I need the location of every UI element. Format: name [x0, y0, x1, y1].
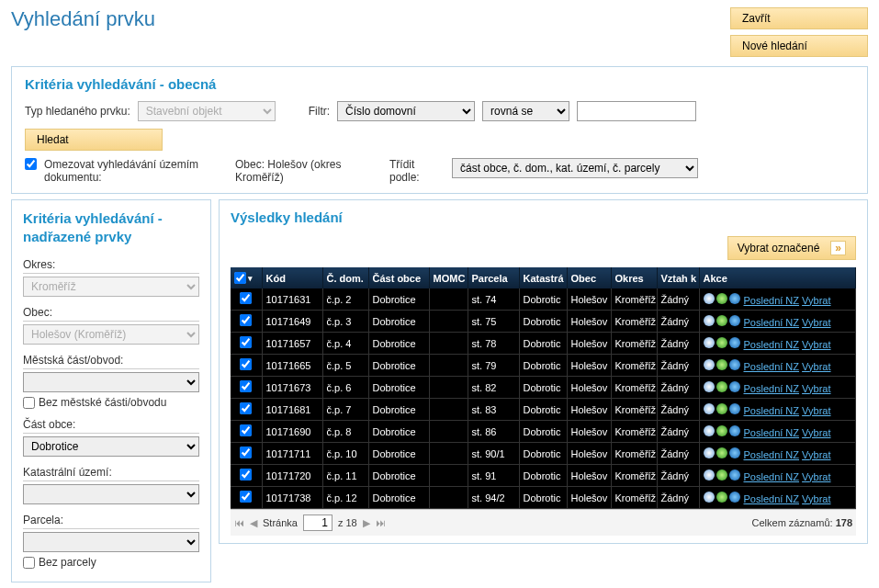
- col-ku[interactable]: Katastrá: [519, 267, 567, 288]
- select-marked-button[interactable]: Vybrat označené »: [727, 236, 856, 260]
- row-checkbox[interactable]: [240, 358, 252, 370]
- link-posledni-nz[interactable]: Poslední NZ: [744, 427, 800, 438]
- limit-checkbox[interactable]: [25, 158, 37, 170]
- link-vybrat[interactable]: Vybrat: [802, 427, 830, 438]
- obec-select[interactable]: Holešov (Kroměříž): [23, 324, 199, 345]
- magnify-icon[interactable]: [704, 447, 715, 458]
- parcela-select[interactable]: [23, 532, 199, 552]
- row-checkbox[interactable]: [240, 424, 252, 436]
- col-okres[interactable]: Okres: [611, 267, 657, 288]
- globe-blue-icon[interactable]: [729, 293, 740, 304]
- globe-green-icon[interactable]: [716, 337, 727, 348]
- parcela-none-checkbox[interactable]: [23, 557, 35, 569]
- col-momc[interactable]: MOMC: [429, 267, 468, 288]
- chevron-down-icon[interactable]: ▾: [248, 274, 253, 283]
- table-row[interactable]: 10171738č.p. 12Dobroticest. 94/2Dobrotic…: [231, 487, 856, 509]
- link-vybrat[interactable]: Vybrat: [802, 493, 830, 504]
- row-checkbox[interactable]: [240, 491, 252, 503]
- table-row[interactable]: 10171711č.p. 10Dobroticest. 90/1Dobrotic…: [231, 443, 856, 465]
- link-posledni-nz[interactable]: Poslední NZ: [744, 405, 800, 416]
- select-all-checkbox[interactable]: [234, 272, 246, 284]
- col-akce[interactable]: Akce: [699, 267, 856, 288]
- magnify-icon[interactable]: [704, 359, 715, 370]
- new-search-button[interactable]: Nové hledání: [730, 35, 868, 57]
- globe-blue-icon[interactable]: [729, 469, 740, 481]
- mcast-select[interactable]: [23, 372, 199, 392]
- row-checkbox[interactable]: [240, 314, 252, 326]
- col-kod[interactable]: Kód: [262, 267, 322, 288]
- col-cobce[interactable]: Část obce: [368, 267, 429, 288]
- link-posledni-nz[interactable]: Poslední NZ: [744, 339, 800, 350]
- pager-next-icon[interactable]: ▶: [363, 517, 370, 529]
- mcast-none-checkbox[interactable]: [23, 397, 35, 409]
- pager-last-icon[interactable]: ⏭: [376, 517, 386, 528]
- col-obec[interactable]: Obec: [567, 267, 611, 288]
- okres-select[interactable]: Kroměříž: [23, 277, 199, 297]
- magnify-icon[interactable]: [704, 315, 715, 326]
- table-row[interactable]: 10171720č.p. 11Dobroticest. 91DobroticHo…: [231, 465, 856, 487]
- col-parcela[interactable]: Parcela: [468, 267, 519, 288]
- cobce-select[interactable]: Dobrotice: [23, 436, 199, 457]
- magnify-icon[interactable]: [704, 425, 715, 436]
- table-row[interactable]: 10171649č.p. 3Dobroticest. 75DobroticHol…: [231, 311, 856, 333]
- link-posledni-nz[interactable]: Poslední NZ: [744, 361, 800, 372]
- link-posledni-nz[interactable]: Poslední NZ: [744, 493, 800, 504]
- globe-green-icon[interactable]: [716, 492, 727, 503]
- globe-green-icon[interactable]: [716, 359, 727, 370]
- link-vybrat[interactable]: Vybrat: [802, 471, 830, 482]
- magnify-icon[interactable]: [704, 337, 715, 348]
- link-vybrat[interactable]: Vybrat: [802, 339, 830, 350]
- ku-select[interactable]: [23, 484, 199, 504]
- magnify-icon[interactable]: [704, 469, 715, 481]
- row-checkbox[interactable]: [240, 336, 252, 348]
- globe-blue-icon[interactable]: [729, 381, 740, 392]
- type-select[interactable]: Stavební objekt: [138, 101, 276, 121]
- pager-first-icon[interactable]: ⏮: [234, 517, 244, 528]
- globe-blue-icon[interactable]: [729, 403, 740, 414]
- row-checkbox[interactable]: [240, 402, 252, 414]
- globe-blue-icon[interactable]: [729, 359, 740, 370]
- col-vztah[interactable]: Vztah k: [657, 267, 699, 288]
- globe-green-icon[interactable]: [716, 447, 727, 458]
- magnify-icon[interactable]: [704, 293, 715, 304]
- globe-blue-icon[interactable]: [729, 425, 740, 436]
- link-posledni-nz[interactable]: Poslední NZ: [744, 383, 800, 394]
- magnify-icon[interactable]: [704, 403, 715, 414]
- globe-green-icon[interactable]: [716, 403, 727, 414]
- globe-green-icon[interactable]: [716, 469, 727, 481]
- table-row[interactable]: 10171681č.p. 7Dobroticest. 83DobroticHol…: [231, 399, 856, 421]
- sort-select[interactable]: část obce, č. dom., kat. území, č. parce…: [452, 158, 698, 178]
- row-checkbox[interactable]: [240, 292, 252, 304]
- table-row[interactable]: 10171665č.p. 5Dobroticest. 79DobroticHol…: [231, 355, 856, 377]
- globe-blue-icon[interactable]: [729, 337, 740, 348]
- filter-value-input[interactable]: [577, 101, 696, 121]
- close-button[interactable]: Zavřít: [730, 7, 868, 29]
- link-vybrat[interactable]: Vybrat: [802, 361, 830, 372]
- link-vybrat[interactable]: Vybrat: [802, 295, 830, 306]
- magnify-icon[interactable]: [704, 381, 715, 392]
- link-vybrat[interactable]: Vybrat: [802, 449, 830, 460]
- link-posledni-nz[interactable]: Poslední NZ: [744, 449, 800, 460]
- globe-green-icon[interactable]: [716, 425, 727, 436]
- globe-green-icon[interactable]: [716, 315, 727, 326]
- link-vybrat[interactable]: Vybrat: [802, 317, 830, 328]
- table-row[interactable]: 10171631č.p. 2Dobroticest. 74DobroticHol…: [231, 288, 856, 311]
- table-row[interactable]: 10171690č.p. 8Dobroticest. 86DobroticHol…: [231, 421, 856, 443]
- search-button[interactable]: Hledat: [25, 129, 163, 151]
- globe-green-icon[interactable]: [716, 293, 727, 304]
- link-posledni-nz[interactable]: Poslední NZ: [744, 295, 800, 306]
- globe-green-icon[interactable]: [716, 381, 727, 392]
- magnify-icon[interactable]: [704, 492, 715, 503]
- globe-blue-icon[interactable]: [729, 492, 740, 503]
- link-vybrat[interactable]: Vybrat: [802, 383, 830, 394]
- link-vybrat[interactable]: Vybrat: [802, 405, 830, 416]
- link-posledni-nz[interactable]: Poslední NZ: [744, 471, 800, 482]
- filter-field-select[interactable]: Číslo domovní: [337, 101, 475, 121]
- link-posledni-nz[interactable]: Poslední NZ: [744, 317, 800, 328]
- table-row[interactable]: 10171673č.p. 6Dobroticest. 82DobroticHol…: [231, 377, 856, 399]
- filter-op-select[interactable]: rovná se: [482, 101, 569, 121]
- row-checkbox[interactable]: [240, 469, 252, 481]
- globe-blue-icon[interactable]: [729, 447, 740, 458]
- table-row[interactable]: 10171657č.p. 4Dobroticest. 78DobroticHol…: [231, 333, 856, 355]
- row-checkbox[interactable]: [240, 380, 252, 392]
